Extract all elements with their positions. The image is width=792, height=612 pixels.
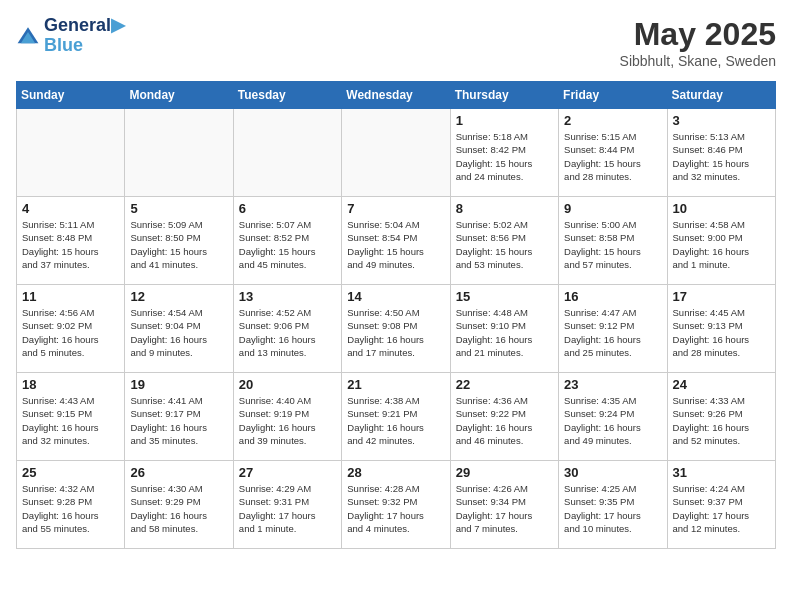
location-subtitle: Sibbhult, Skane, Sweden: [620, 53, 776, 69]
day-number: 18: [22, 377, 119, 392]
day-info: Sunrise: 4:45 AM Sunset: 9:13 PM Dayligh…: [673, 306, 770, 359]
day-info: Sunrise: 4:48 AM Sunset: 9:10 PM Dayligh…: [456, 306, 553, 359]
day-number: 12: [130, 289, 227, 304]
day-info: Sunrise: 5:07 AM Sunset: 8:52 PM Dayligh…: [239, 218, 336, 271]
day-info: Sunrise: 4:28 AM Sunset: 9:32 PM Dayligh…: [347, 482, 444, 535]
calendar-cell: 18Sunrise: 4:43 AM Sunset: 9:15 PM Dayli…: [17, 373, 125, 461]
day-number: 26: [130, 465, 227, 480]
calendar-cell: [17, 109, 125, 197]
day-info: Sunrise: 4:40 AM Sunset: 9:19 PM Dayligh…: [239, 394, 336, 447]
title-block: May 2025 Sibbhult, Skane, Sweden: [620, 16, 776, 69]
weekday-header-row: SundayMondayTuesdayWednesdayThursdayFrid…: [17, 82, 776, 109]
day-info: Sunrise: 4:41 AM Sunset: 9:17 PM Dayligh…: [130, 394, 227, 447]
calendar-cell: 11Sunrise: 4:56 AM Sunset: 9:02 PM Dayli…: [17, 285, 125, 373]
day-info: Sunrise: 4:56 AM Sunset: 9:02 PM Dayligh…: [22, 306, 119, 359]
day-number: 30: [564, 465, 661, 480]
calendar-cell: 22Sunrise: 4:36 AM Sunset: 9:22 PM Dayli…: [450, 373, 558, 461]
calendar-cell: 2Sunrise: 5:15 AM Sunset: 8:44 PM Daylig…: [559, 109, 667, 197]
day-info: Sunrise: 5:00 AM Sunset: 8:58 PM Dayligh…: [564, 218, 661, 271]
day-number: 9: [564, 201, 661, 216]
logo-icon: [16, 24, 40, 48]
day-info: Sunrise: 4:50 AM Sunset: 9:08 PM Dayligh…: [347, 306, 444, 359]
calendar-cell: [125, 109, 233, 197]
day-info: Sunrise: 4:54 AM Sunset: 9:04 PM Dayligh…: [130, 306, 227, 359]
logo: General▶ Blue: [16, 16, 125, 56]
day-info: Sunrise: 4:32 AM Sunset: 9:28 PM Dayligh…: [22, 482, 119, 535]
day-info: Sunrise: 4:38 AM Sunset: 9:21 PM Dayligh…: [347, 394, 444, 447]
weekday-header-tuesday: Tuesday: [233, 82, 341, 109]
day-number: 14: [347, 289, 444, 304]
day-number: 4: [22, 201, 119, 216]
calendar-table: SundayMondayTuesdayWednesdayThursdayFrid…: [16, 81, 776, 549]
weekday-header-wednesday: Wednesday: [342, 82, 450, 109]
calendar-cell: 5Sunrise: 5:09 AM Sunset: 8:50 PM Daylig…: [125, 197, 233, 285]
calendar-cell: 10Sunrise: 4:58 AM Sunset: 9:00 PM Dayli…: [667, 197, 775, 285]
month-title: May 2025: [620, 16, 776, 53]
weekday-header-friday: Friday: [559, 82, 667, 109]
day-number: 1: [456, 113, 553, 128]
day-number: 23: [564, 377, 661, 392]
day-info: Sunrise: 4:26 AM Sunset: 9:34 PM Dayligh…: [456, 482, 553, 535]
calendar-cell: 29Sunrise: 4:26 AM Sunset: 9:34 PM Dayli…: [450, 461, 558, 549]
day-info: Sunrise: 4:29 AM Sunset: 9:31 PM Dayligh…: [239, 482, 336, 535]
day-info: Sunrise: 4:52 AM Sunset: 9:06 PM Dayligh…: [239, 306, 336, 359]
day-number: 13: [239, 289, 336, 304]
calendar-cell: 27Sunrise: 4:29 AM Sunset: 9:31 PM Dayli…: [233, 461, 341, 549]
day-number: 8: [456, 201, 553, 216]
day-number: 28: [347, 465, 444, 480]
day-number: 2: [564, 113, 661, 128]
weekday-header-sunday: Sunday: [17, 82, 125, 109]
calendar-week-4: 18Sunrise: 4:43 AM Sunset: 9:15 PM Dayli…: [17, 373, 776, 461]
day-number: 20: [239, 377, 336, 392]
calendar-cell: 3Sunrise: 5:13 AM Sunset: 8:46 PM Daylig…: [667, 109, 775, 197]
weekday-header-monday: Monday: [125, 82, 233, 109]
calendar-cell: 25Sunrise: 4:32 AM Sunset: 9:28 PM Dayli…: [17, 461, 125, 549]
day-info: Sunrise: 4:24 AM Sunset: 9:37 PM Dayligh…: [673, 482, 770, 535]
day-number: 7: [347, 201, 444, 216]
calendar-cell: [233, 109, 341, 197]
calendar-cell: [342, 109, 450, 197]
day-info: Sunrise: 4:25 AM Sunset: 9:35 PM Dayligh…: [564, 482, 661, 535]
calendar-cell: 20Sunrise: 4:40 AM Sunset: 9:19 PM Dayli…: [233, 373, 341, 461]
calendar-cell: 28Sunrise: 4:28 AM Sunset: 9:32 PM Dayli…: [342, 461, 450, 549]
day-info: Sunrise: 4:47 AM Sunset: 9:12 PM Dayligh…: [564, 306, 661, 359]
day-info: Sunrise: 5:15 AM Sunset: 8:44 PM Dayligh…: [564, 130, 661, 183]
day-number: 24: [673, 377, 770, 392]
page-header: General▶ Blue May 2025 Sibbhult, Skane, …: [16, 16, 776, 69]
day-info: Sunrise: 4:43 AM Sunset: 9:15 PM Dayligh…: [22, 394, 119, 447]
day-number: 31: [673, 465, 770, 480]
calendar-cell: 4Sunrise: 5:11 AM Sunset: 8:48 PM Daylig…: [17, 197, 125, 285]
calendar-cell: 6Sunrise: 5:07 AM Sunset: 8:52 PM Daylig…: [233, 197, 341, 285]
day-number: 19: [130, 377, 227, 392]
calendar-cell: 14Sunrise: 4:50 AM Sunset: 9:08 PM Dayli…: [342, 285, 450, 373]
day-info: Sunrise: 5:09 AM Sunset: 8:50 PM Dayligh…: [130, 218, 227, 271]
day-info: Sunrise: 5:18 AM Sunset: 8:42 PM Dayligh…: [456, 130, 553, 183]
calendar-cell: 31Sunrise: 4:24 AM Sunset: 9:37 PM Dayli…: [667, 461, 775, 549]
day-number: 10: [673, 201, 770, 216]
day-number: 11: [22, 289, 119, 304]
day-info: Sunrise: 4:30 AM Sunset: 9:29 PM Dayligh…: [130, 482, 227, 535]
day-number: 25: [22, 465, 119, 480]
day-number: 22: [456, 377, 553, 392]
day-number: 27: [239, 465, 336, 480]
day-number: 15: [456, 289, 553, 304]
day-number: 3: [673, 113, 770, 128]
day-info: Sunrise: 4:35 AM Sunset: 9:24 PM Dayligh…: [564, 394, 661, 447]
day-number: 29: [456, 465, 553, 480]
day-info: Sunrise: 5:02 AM Sunset: 8:56 PM Dayligh…: [456, 218, 553, 271]
calendar-cell: 26Sunrise: 4:30 AM Sunset: 9:29 PM Dayli…: [125, 461, 233, 549]
day-number: 16: [564, 289, 661, 304]
day-info: Sunrise: 4:58 AM Sunset: 9:00 PM Dayligh…: [673, 218, 770, 271]
day-info: Sunrise: 5:04 AM Sunset: 8:54 PM Dayligh…: [347, 218, 444, 271]
calendar-cell: 19Sunrise: 4:41 AM Sunset: 9:17 PM Dayli…: [125, 373, 233, 461]
weekday-header-thursday: Thursday: [450, 82, 558, 109]
calendar-cell: 13Sunrise: 4:52 AM Sunset: 9:06 PM Dayli…: [233, 285, 341, 373]
calendar-cell: 23Sunrise: 4:35 AM Sunset: 9:24 PM Dayli…: [559, 373, 667, 461]
calendar-cell: 9Sunrise: 5:00 AM Sunset: 8:58 PM Daylig…: [559, 197, 667, 285]
day-info: Sunrise: 5:13 AM Sunset: 8:46 PM Dayligh…: [673, 130, 770, 183]
day-number: 6: [239, 201, 336, 216]
day-number: 5: [130, 201, 227, 216]
day-number: 17: [673, 289, 770, 304]
day-info: Sunrise: 4:33 AM Sunset: 9:26 PM Dayligh…: [673, 394, 770, 447]
calendar-week-1: 1Sunrise: 5:18 AM Sunset: 8:42 PM Daylig…: [17, 109, 776, 197]
